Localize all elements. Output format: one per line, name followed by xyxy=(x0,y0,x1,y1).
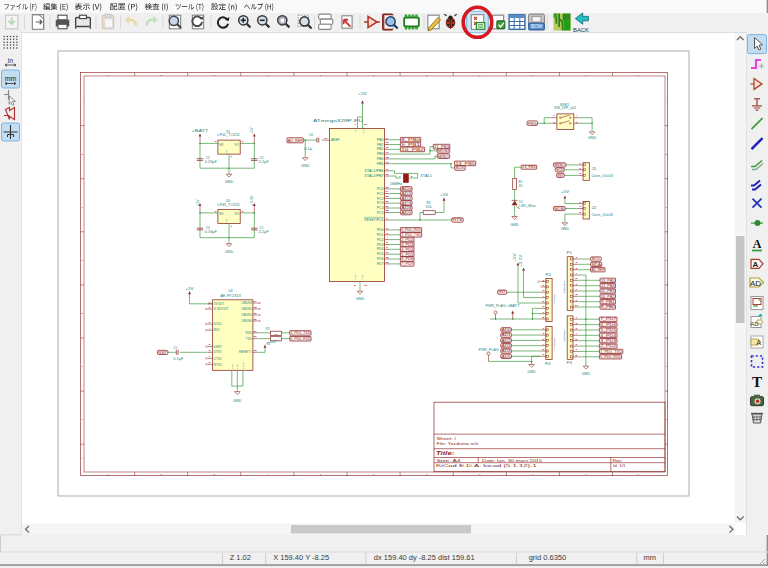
svg-text:GND: GND xyxy=(236,364,238,369)
svg-text:AD0: AD0 xyxy=(401,187,411,191)
svg-text:PD4: PD4 xyxy=(377,247,384,251)
svg-text:T: T xyxy=(752,374,762,390)
svg-text:File: Yacduino.sch: File: Yacduino.sch xyxy=(437,442,479,446)
svg-text:+3.3V: +3.3V xyxy=(250,195,254,205)
svg-text:2_PD2: 2_PD2 xyxy=(600,344,616,348)
svg-text:3_PD3: 3_PD3 xyxy=(401,243,413,247)
svg-text:PWR_FLAG: PWR_FLAG xyxy=(479,348,500,352)
svg-text:PC1: PC1 xyxy=(377,192,384,196)
svg-text:Analog: Analog xyxy=(553,337,556,350)
svg-text:GND: GND xyxy=(233,399,243,403)
svg-text:A: A xyxy=(753,237,762,251)
svg-text:PD0: PD0 xyxy=(377,228,384,232)
svg-text:0.33µF: 0.33µF xyxy=(205,160,217,164)
svg-text:Digital: Digital xyxy=(563,329,566,342)
svg-text:GND: GND xyxy=(361,274,363,279)
svg-text:PB1: PB1 xyxy=(377,143,384,147)
svg-text:RTS: RTS xyxy=(453,218,464,222)
svg-text:AD4: AD4 xyxy=(401,206,411,210)
svg-text:+BATT: +BATT xyxy=(507,304,520,308)
svg-text:P1: P1 xyxy=(567,251,573,255)
svg-text:GND: GND xyxy=(561,227,571,231)
svg-text:VCC: VCC xyxy=(354,127,356,132)
svg-text:RST: RST xyxy=(158,351,167,355)
svg-text:in: in xyxy=(8,57,14,64)
svg-text:BOM: BOM xyxy=(531,24,542,29)
svg-text:5_PD5: 5_PD5 xyxy=(600,328,616,332)
svg-text:XTAL2/PB7: XTAL2/PB7 xyxy=(364,174,384,178)
svg-text:RESET#: RESET# xyxy=(239,350,252,354)
svg-text:P2: P2 xyxy=(546,273,552,277)
svg-text:Rev:: Rev: xyxy=(612,459,622,463)
svg-text:PC5: PC5 xyxy=(377,211,384,215)
svg-text:1K: 1K xyxy=(518,184,522,188)
svg-text:PB0: PB0 xyxy=(377,138,384,142)
svg-text:AD3: AD3 xyxy=(502,344,511,348)
svg-text:mm: mm xyxy=(5,75,17,82)
svg-text:GND: GND xyxy=(225,250,235,254)
svg-text:GND: GND xyxy=(588,136,598,140)
svg-text:U4: U4 xyxy=(228,289,233,293)
svg-text:13_PB5: 13_PB5 xyxy=(455,162,475,166)
svg-text:8_PB0: 8_PB0 xyxy=(401,138,420,142)
svg-text:+3.3V: +3.3V xyxy=(519,255,523,267)
svg-text:AD0: AD0 xyxy=(502,328,511,332)
svg-text:2_PD2: 2_PD2 xyxy=(401,238,413,242)
svg-text:MOSI: MOSI xyxy=(554,207,564,211)
svg-text:2.2µF: 2.2µF xyxy=(259,230,269,234)
svg-text:0_PD0_RXD: 0_PD0_RXD xyxy=(291,337,311,341)
svg-text:1_PD1_TXD: 1_PD1_TXD xyxy=(600,350,623,354)
svg-text:DTR#: DTR# xyxy=(214,350,223,354)
svg-text:TXD: TXD xyxy=(246,337,252,341)
svg-text:AD3: AD3 xyxy=(401,202,411,206)
svg-text:+5V: +5V xyxy=(561,190,570,194)
svg-text:GND: GND xyxy=(356,297,366,301)
svg-text:4_PD4: 4_PD4 xyxy=(401,248,413,252)
svg-text:LED_Blue: LED_Blue xyxy=(519,204,536,208)
svg-text:9_PB1: 9_PB1 xyxy=(401,143,420,147)
svg-text:5VOUT: 5VOUT xyxy=(214,302,225,306)
svg-text:AD: AD xyxy=(750,321,759,327)
svg-text:0_PD0_RXD: 0_PD0_RXD xyxy=(600,355,621,359)
svg-text:PB2: PB2 xyxy=(377,147,384,151)
svg-text:Date: lun. 30 mars 2015: Date: lun. 30 mars 2015 xyxy=(482,459,542,463)
svg-text:AD1: AD1 xyxy=(502,333,511,337)
svg-text:RXD: RXD xyxy=(246,331,252,335)
svg-text:A: A xyxy=(756,339,761,346)
svg-text:+5V: +5V xyxy=(267,340,276,344)
svg-text:mm: mm xyxy=(644,553,657,562)
svg-text:7_PD7: 7_PD7 xyxy=(401,262,413,266)
svg-text:SCK: SCK xyxy=(455,166,465,170)
svg-text:AE-FT231X: AE-FT231X xyxy=(220,294,241,298)
svg-text:GND: GND xyxy=(582,372,592,376)
svg-text:10k: 10k xyxy=(426,205,433,209)
svg-text:J1: J1 xyxy=(591,167,597,171)
svg-text:13_PB5: 13_PB5 xyxy=(522,165,536,169)
svg-text:Conn_01x03: Conn_01x03 xyxy=(591,174,613,178)
svg-text:PD3: PD3 xyxy=(377,243,384,247)
svg-text:16MHz: 16MHz xyxy=(389,182,403,186)
svg-text:SDA: SDA xyxy=(591,263,602,267)
svg-text:BACK: BACK xyxy=(573,27,589,33)
svg-text:C6: C6 xyxy=(309,133,313,137)
svg-text:AD4: AD4 xyxy=(502,349,511,353)
svg-text:G: G xyxy=(666,418,668,420)
svg-text:11_PB3: 11_PB3 xyxy=(601,289,615,293)
svg-text:KiCad E.D.A. kicad (5.1.12)-1: KiCad E.D.A. kicad (5.1.12)-1 xyxy=(436,464,537,468)
svg-text:DCD#: DCD# xyxy=(214,322,223,326)
svg-text:CBUS1: CBUS1 xyxy=(241,313,252,317)
svg-text:0_PD0_RXD: 0_PD0_RXD xyxy=(401,228,421,232)
svg-text:PC4: PC4 xyxy=(377,206,384,210)
svg-text:CBUS0: CBUS0 xyxy=(241,319,252,323)
svg-text:Power: Power xyxy=(553,293,556,303)
svg-text:Size: A4: Size: A4 xyxy=(437,459,461,463)
svg-text:MISO: MISO xyxy=(438,155,449,159)
svg-text:XTAL1/PB6: XTAL1/PB6 xyxy=(364,169,384,173)
svg-text:CBUS3: CBUS3 xyxy=(241,301,252,305)
svg-text:RTS#: RTS# xyxy=(214,363,223,367)
svg-text:GND: GND xyxy=(231,364,233,369)
svg-text:Title:: Title: xyxy=(436,450,455,456)
svg-text:8_PB0: 8_PB0 xyxy=(601,305,615,309)
svg-text:X 159.40 Y -8.25: X 159.40 Y -8.25 xyxy=(273,553,329,562)
svg-text:+5V: +5V xyxy=(513,253,517,261)
